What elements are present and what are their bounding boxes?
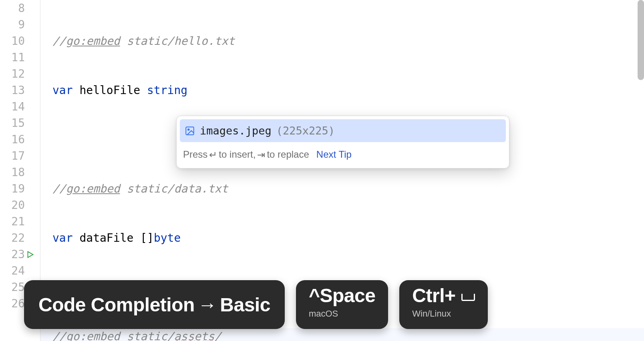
svg-rect-1 <box>186 127 194 135</box>
line-number: 15 <box>0 115 36 131</box>
line-number: 12 <box>0 66 36 82</box>
code-line[interactable]: var dataFile []byte <box>40 230 644 246</box>
line-number: 19 <box>0 181 36 197</box>
code-line[interactable]: //go:embed static/hello.txt <box>40 33 644 49</box>
svg-marker-0 <box>28 251 33 257</box>
mac-os-label: macOS <box>309 305 375 322</box>
line-number: 23 <box>0 246 36 263</box>
code-completion-popup[interactable]: images.jpeg (225x225) Press ↵ to insert,… <box>176 116 509 168</box>
line-number: 9 <box>0 16 36 33</box>
action-name-part2: Basic <box>220 297 270 313</box>
enter-key-icon: ↵ <box>209 146 217 163</box>
vertical-scrollbar[interactable] <box>638 0 644 80</box>
mac-shortcut-pill: ^Space macOS <box>296 280 388 329</box>
line-number: 16 <box>0 131 36 148</box>
line-number: 8 <box>0 0 36 16</box>
image-file-icon <box>185 126 195 136</box>
tab-key-icon: ⇥ <box>257 146 265 163</box>
code-line-current[interactable]: //go:embed static/assets/ <box>40 328 644 341</box>
line-number: 21 <box>0 213 36 230</box>
line-number: 17 <box>0 148 36 164</box>
win-os-label: Win/Linux <box>412 305 475 322</box>
shortcut-overlay: Code Completion → Basic ^Space macOS Ctr… <box>24 280 488 329</box>
mac-shortcut-key: ^Space <box>309 287 375 304</box>
arrow-right-icon: → <box>198 297 217 313</box>
space-key-icon <box>461 294 475 301</box>
code-line[interactable]: //go:embed static/data.txt <box>40 181 644 197</box>
line-number: 10 <box>0 33 36 49</box>
line-number: 18 <box>0 164 36 181</box>
line-number: 24 <box>0 263 36 279</box>
line-number: 22 <box>0 230 36 246</box>
completion-item-meta: (225x225) <box>276 122 335 139</box>
win-shortcut-key: Ctrl+ <box>412 287 455 304</box>
code-line[interactable]: var helloFile string <box>40 82 644 98</box>
line-number: 20 <box>0 197 36 213</box>
run-gutter-icon[interactable] <box>26 250 34 259</box>
action-name-part1: Code Completion <box>38 297 195 313</box>
completion-hint: Press ↵ to insert, ⇥ to replace Next Tip <box>177 142 509 168</box>
next-tip-link[interactable]: Next Tip <box>316 146 352 162</box>
action-name-pill: Code Completion → Basic <box>24 280 285 329</box>
win-shortcut-pill: Ctrl+ Win/Linux <box>399 280 487 329</box>
line-number: 13 <box>0 82 36 98</box>
error-squiggle: assets <box>174 328 214 341</box>
completion-item[interactable]: images.jpeg (225x225) <box>180 119 506 142</box>
svg-point-2 <box>188 129 189 130</box>
completion-item-name: images.jpeg <box>200 122 272 139</box>
line-number: 11 <box>0 49 36 66</box>
code-editor[interactable]: 8 9 10 11 12 13 14 15 16 17 18 19 20 21 … <box>0 0 644 341</box>
line-number: 14 <box>0 98 36 115</box>
